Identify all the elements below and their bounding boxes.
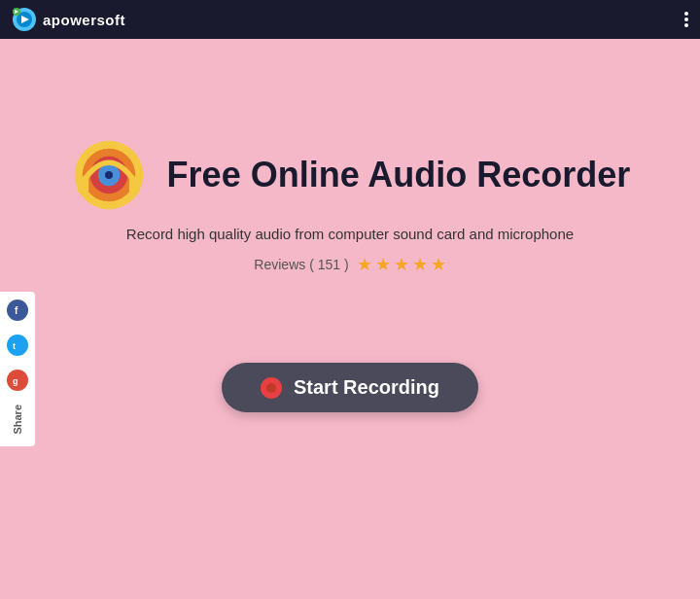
record-dot-icon bbox=[261, 377, 282, 399]
app-icon bbox=[70, 136, 148, 214]
svg-text:t: t bbox=[13, 341, 16, 351]
app-subtitle: Record high quality audio from computer … bbox=[126, 226, 574, 242]
googleplus-icon[interactable]: g bbox=[7, 370, 28, 391]
app-info: Free Online Audio Recorder Record high q… bbox=[70, 136, 631, 275]
logo: apowersoft bbox=[12, 7, 125, 32]
reviews-row: Reviews ( 151 ) ★ ★ ★ ★ ★ bbox=[254, 254, 445, 275]
stars: ★ ★ ★ ★ ★ bbox=[357, 254, 446, 275]
logo-icon bbox=[12, 7, 37, 32]
facebook-icon[interactable]: f bbox=[7, 300, 28, 321]
record-dot-inner bbox=[266, 383, 276, 393]
star-3: ★ bbox=[394, 254, 409, 275]
star-2: ★ bbox=[375, 254, 391, 275]
start-recording-label: Start Recording bbox=[294, 376, 439, 399]
star-5: ★ bbox=[431, 254, 446, 275]
dot2 bbox=[684, 18, 688, 21]
social-sidebar: f t g Share bbox=[0, 292, 35, 446]
share-label[interactable]: Share bbox=[12, 405, 23, 435]
menu-icon[interactable] bbox=[684, 12, 688, 27]
reviews-text: Reviews ( 151 ) bbox=[254, 257, 348, 272]
dot3 bbox=[684, 23, 688, 27]
logo-text: apowersoft bbox=[43, 12, 125, 28]
app-header-row: Free Online Audio Recorder bbox=[70, 136, 631, 214]
svg-text:g: g bbox=[13, 376, 18, 386]
app-title: Free Online Audio Recorder bbox=[167, 155, 631, 195]
star-4: ★ bbox=[412, 254, 428, 275]
star-1: ★ bbox=[357, 254, 372, 275]
main-content: Free Online Audio Recorder Record high q… bbox=[0, 39, 700, 599]
navbar: apowersoft bbox=[0, 0, 700, 39]
svg-text:f: f bbox=[15, 305, 18, 316]
twitter-icon[interactable]: t bbox=[7, 335, 28, 356]
svg-point-14 bbox=[105, 171, 113, 179]
start-recording-button[interactable]: Start Recording bbox=[222, 363, 478, 412]
dot1 bbox=[684, 12, 688, 16]
